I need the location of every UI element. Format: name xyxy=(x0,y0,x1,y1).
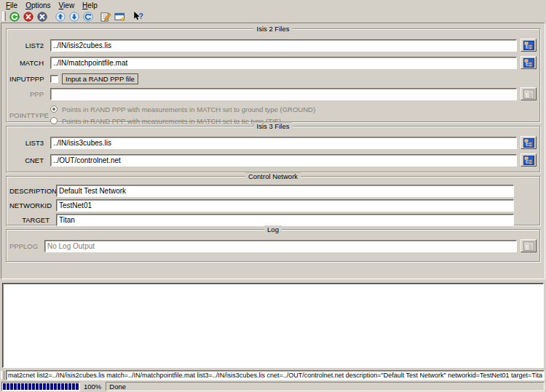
progress-bar-fill xyxy=(3,383,79,390)
group-log: Log PPPLOG xyxy=(6,229,540,262)
output-log-view[interactable] xyxy=(2,283,544,368)
history-down-button[interactable] xyxy=(68,11,80,23)
pointtype-label: POINTTYPE xyxy=(9,111,50,119)
command-line-grip[interactable] xyxy=(1,371,4,380)
run-icon xyxy=(9,12,20,22)
list3-label: LIST3 xyxy=(9,139,50,147)
toolbar-grip[interactable] xyxy=(2,12,6,21)
progress-percent-label: 100% xyxy=(80,383,106,391)
networkid-label: NETWORKID xyxy=(9,201,56,209)
menu-options[interactable]: Options xyxy=(22,1,55,10)
history-up-button[interactable] xyxy=(54,11,66,23)
list2-label: LIST2 xyxy=(9,41,50,49)
cnet-label: CNET xyxy=(9,156,50,164)
list2-browse-button[interactable] xyxy=(521,39,537,52)
ppp-label: PPP xyxy=(9,90,50,98)
pointtype-ground-radio xyxy=(50,105,58,113)
pointtype-tie-label: Points in RAND PPP with measurements in … xyxy=(62,117,281,125)
menu-file[interactable]: File xyxy=(2,1,22,10)
show-window-button[interactable] xyxy=(114,11,126,23)
group-title-control-network: Control Network xyxy=(245,172,301,180)
ppplog-browse-button xyxy=(521,239,537,252)
status-message-panel: Done xyxy=(106,382,545,391)
networkid-input[interactable] xyxy=(56,199,514,212)
list3-browse-button[interactable] xyxy=(521,136,537,149)
status-message: Done xyxy=(109,383,126,391)
run-button[interactable] xyxy=(8,11,20,23)
target-label: TARGET xyxy=(9,216,56,224)
match-browse-button[interactable] xyxy=(521,56,537,69)
stop-button[interactable] xyxy=(22,11,34,23)
command-line-bar xyxy=(0,369,546,380)
group-title-isis2: Isis 2 Files xyxy=(254,25,293,33)
progress-bar xyxy=(1,382,80,391)
match-label: MATCH xyxy=(9,59,50,67)
edit-log-icon xyxy=(100,12,111,22)
group-isis2-files: Isis 2 Files LIST2 MATCH xyxy=(6,28,540,122)
list3-input[interactable] xyxy=(50,137,517,149)
description-input[interactable] xyxy=(56,185,514,197)
cnet-input[interactable] xyxy=(50,154,517,167)
history-up-icon xyxy=(55,12,66,22)
cnet-browse-button[interactable] xyxy=(521,153,537,167)
file-browse-icon xyxy=(523,138,534,148)
form-panel: Isis 2 Files LIST2 MATCH xyxy=(1,23,545,279)
svg-text:?: ? xyxy=(138,12,143,20)
inputppp-checkbox-label[interactable]: Input a RAND PPP file xyxy=(62,73,138,84)
whats-this-icon: ? xyxy=(132,11,143,22)
reset-button[interactable] xyxy=(82,11,94,23)
menu-view[interactable]: View xyxy=(55,1,79,10)
reset-icon xyxy=(83,12,93,22)
ppplog-label: PPPLOG xyxy=(9,242,44,250)
file-browse-icon xyxy=(523,41,534,50)
edit-log-button[interactable] xyxy=(100,11,112,23)
close-button[interactable] xyxy=(36,11,48,23)
menu-bar: File Options View Help xyxy=(0,0,546,10)
inputppp-checkbox[interactable] xyxy=(50,75,58,83)
file-browse-icon-disabled xyxy=(523,241,534,251)
target-input[interactable] xyxy=(56,214,514,226)
group-control-network: Control Network DESCRIPTION NETWORKID TA… xyxy=(6,176,540,225)
file-browse-icon-disabled xyxy=(523,89,534,99)
ppp-browse-button xyxy=(521,87,537,100)
list2-input[interactable] xyxy=(50,39,517,52)
description-label: DESCRIPTION xyxy=(9,187,56,195)
whats-this-button[interactable]: ? xyxy=(132,11,144,23)
inputppp-label: INPUTPPP xyxy=(9,75,50,83)
match-input[interactable] xyxy=(50,57,517,69)
group-title-isis3: Isis 3 Files xyxy=(254,122,293,130)
stop-icon xyxy=(23,12,33,22)
history-down-icon xyxy=(69,12,79,22)
pointtype-tie-radio xyxy=(50,117,58,124)
status-bar: 100% Done xyxy=(0,381,546,392)
file-browse-icon xyxy=(523,58,534,68)
group-isis3-files: Isis 3 Files LIST3 CNET xyxy=(6,126,540,172)
pointtype-ground-label: Points in RAND PPP with measurements in … xyxy=(62,105,315,113)
toolbar: ? xyxy=(0,10,546,23)
ppp-input xyxy=(50,88,517,100)
show-window-icon xyxy=(114,12,125,22)
command-line-input[interactable] xyxy=(6,370,545,380)
file-browse-icon xyxy=(523,156,534,165)
menu-help[interactable]: Help xyxy=(79,1,102,10)
ppplog-input xyxy=(44,240,517,252)
close-icon xyxy=(37,12,47,22)
group-title-log: Log xyxy=(264,225,282,233)
